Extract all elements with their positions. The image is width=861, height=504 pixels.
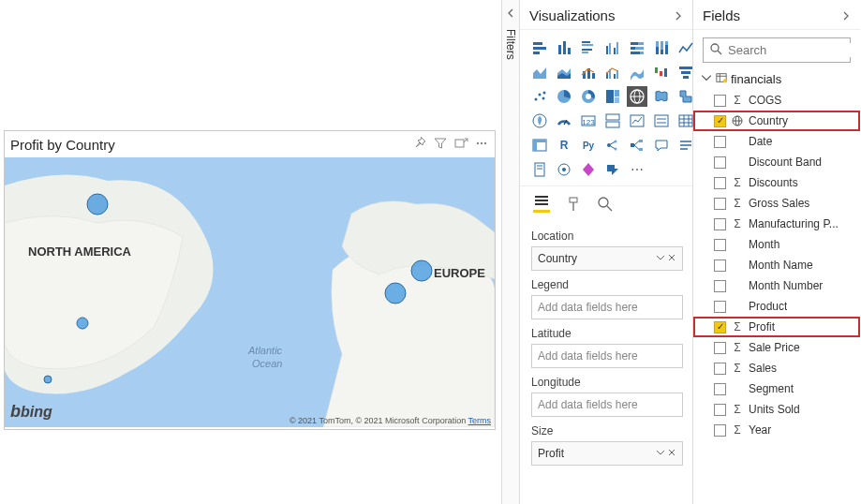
viz-scatter-chart-icon[interactable] [529,86,550,107]
analytics-tab-icon[interactable] [597,196,614,213]
viz-key-influencers-icon[interactable] [602,135,623,156]
field-row[interactable]: ΣUnits Sold [693,399,860,420]
viz-r-visual-icon[interactable]: R [554,135,574,156]
viz-arcgis-icon[interactable] [554,159,574,180]
chevron-down-icon[interactable] [656,252,665,265]
field-row[interactable]: ΣGross Sales [693,193,860,214]
field-row[interactable]: Month [693,234,860,255]
field-checkbox[interactable] [714,363,726,375]
field-checkbox[interactable] [714,404,726,416]
field-row[interactable]: Country [693,111,860,131]
report-canvas[interactable]: Profit by Country NORTH AMERICA EUROPE A… [0,0,501,504]
field-checkbox[interactable] [714,218,726,230]
field-checkbox[interactable] [714,198,726,210]
format-tab-icon[interactable] [565,196,582,213]
search-input[interactable] [728,43,861,57]
viz-line-clustered-column-icon[interactable] [602,62,623,82]
viz-100stacked-column-icon[interactable] [651,37,672,58]
viz-clustered-column-icon[interactable] [602,37,623,58]
viz-area-chart-icon[interactable] [529,62,550,82]
map-body[interactable]: NORTH AMERICA EUROPE Atlantic Ocean bbin… [5,157,495,427]
field-checkbox[interactable] [714,301,726,313]
viz-line-column-icon[interactable] [578,62,599,82]
focus-mode-icon[interactable] [453,136,468,154]
field-row[interactable]: Month Number [693,275,860,296]
field-row[interactable]: Date [693,131,860,152]
filters-pane-collapsed[interactable]: Filters [501,0,520,504]
field-checkbox[interactable] [714,239,726,251]
well-latitude[interactable]: Add data fields here [531,344,683,368]
chevron-down-icon[interactable] [656,447,665,460]
viz-gauge-icon[interactable] [554,111,574,131]
viz-matrix-icon[interactable] [529,135,550,156]
viz-stacked-bar-icon[interactable] [529,37,550,58]
fields-tab-icon[interactable] [533,196,550,213]
collapse-viz-icon[interactable] [674,7,683,23]
remove-field-icon[interactable] [667,252,676,265]
viz-stacked-area-icon[interactable] [554,62,574,82]
field-checkbox[interactable] [714,115,726,127]
pin-icon[interactable] [412,136,427,154]
field-checkbox[interactable] [714,383,726,395]
field-checkbox[interactable] [714,424,726,437]
field-row[interactable]: ΣCOGS [693,90,860,111]
viz-python-visual-icon[interactable]: Py [578,135,599,156]
viz-powerautomate-icon[interactable] [602,159,623,180]
field-row[interactable]: Segment [693,378,860,399]
field-checkbox[interactable] [714,321,726,334]
well-longitude[interactable]: Add data fields here [531,393,683,417]
field-checkbox[interactable] [714,280,726,292]
viz-powerapps-icon[interactable] [578,159,599,180]
svg-line-94 [634,141,639,146]
viz-treemap-icon[interactable] [602,86,623,107]
field-checkbox[interactable] [714,136,726,148]
viz-slicer-icon[interactable] [651,111,672,131]
well-legend[interactable]: Add data fields here [531,295,683,319]
field-row[interactable]: Month Name [693,255,860,275]
viz-clustered-bar-icon[interactable] [578,37,599,58]
field-row[interactable]: ΣDiscounts [693,172,860,193]
viz-azure-map-icon[interactable] [529,111,550,131]
terms-link[interactable]: Terms [468,416,492,425]
collapse-fields-icon[interactable] [841,7,851,23]
field-row[interactable]: Product [693,296,860,317]
viz-stacked-column-icon[interactable] [554,37,574,58]
field-row[interactable]: ΣYear [693,420,860,440]
expand-filters-icon[interactable] [505,7,516,22]
viz-paginated-report-icon[interactable] [529,159,550,180]
viz-ribbon-chart-icon[interactable] [627,62,647,82]
viz-more-icon[interactable]: ⋯ [627,159,647,180]
search-box[interactable] [703,37,851,63]
field-row[interactable]: ΣSales [693,358,860,378]
field-checkbox[interactable] [714,259,726,272]
viz-filled-map-icon[interactable] [651,86,672,107]
viz-waterfall-icon[interactable] [651,62,672,82]
viz-card-icon[interactable]: 123 [578,111,599,131]
filter-icon[interactable] [433,136,448,154]
field-row[interactable]: ΣSale Price [693,337,860,358]
viz-pie-chart-icon[interactable] [554,86,574,107]
viz-decomposition-tree-icon[interactable] [627,135,647,156]
well-size[interactable]: Profit [531,441,683,466]
viz-kpi-icon[interactable] [627,111,647,131]
viz-qna-icon[interactable] [651,135,672,156]
viz-map-icon[interactable] [627,86,647,107]
viz-donut-chart-icon[interactable] [578,86,599,107]
map-visual[interactable]: Profit by Country NORTH AMERICA EUROPE A… [4,130,496,430]
svg-point-59 [586,94,591,99]
field-row[interactable]: Discount Band [693,152,860,172]
viz-multirow-card-icon[interactable] [602,111,623,131]
field-checkbox[interactable] [714,95,726,107]
more-options-icon[interactable] [474,136,489,154]
field-row[interactable]: ΣManufacturing P... [693,214,860,234]
svg-point-111 [711,44,719,52]
sigma-icon: Σ [731,423,744,437]
viz-100stacked-bar-icon[interactable] [627,37,647,58]
field-row[interactable]: ΣProfit [693,317,860,337]
field-checkbox[interactable] [714,156,726,169]
field-checkbox[interactable] [714,342,726,354]
well-location[interactable]: Country [531,246,683,271]
remove-field-icon[interactable] [667,447,676,460]
table-node[interactable]: financials [693,68,860,90]
field-checkbox[interactable] [714,177,726,189]
